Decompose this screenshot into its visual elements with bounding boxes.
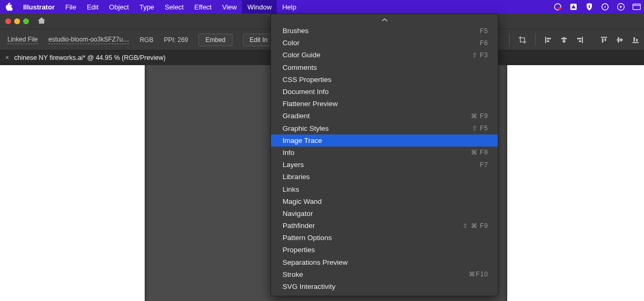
mac-menubar: Illustrator FileEditObjectTypeSelectEffe…: [0, 0, 644, 14]
align-left-icon[interactable]: [543, 35, 554, 45]
menu-item-shortcut: ⌘F10: [469, 271, 488, 278]
svg-rect-14: [562, 40, 566, 42]
menu-item-label: Layers: [283, 161, 304, 169]
svg-rect-19: [602, 38, 603, 43]
menu-help[interactable]: Help: [277, 0, 301, 14]
menu-effect[interactable]: Effect: [189, 0, 217, 14]
close-tab-icon[interactable]: ×: [5, 54, 9, 61]
window-menu-item[interactable]: ColorF6: [271, 37, 498, 49]
menu-item-label: Magic Wand: [283, 198, 322, 205]
scroll-up-icon[interactable]: [271, 16, 498, 25]
color-mode-label: RGB: [139, 36, 153, 44]
window-menu-item[interactable]: Flattener Preview: [271, 98, 498, 110]
circle-icon[interactable]: [601, 3, 609, 11]
zoom-window-icon[interactable]: [23, 18, 29, 24]
window-menu-item[interactable]: Pattern Options: [271, 232, 498, 244]
window-menu-item[interactable]: Gradient⌘ F9: [271, 110, 498, 122]
menu-item-shortcut: ⇧ F5: [472, 124, 488, 132]
menu-item-label: Comments: [283, 64, 317, 71]
menu-item-label: Pathfinder: [283, 222, 315, 230]
menubar-status-icons: [554, 0, 641, 14]
menu-item-label: Document Info: [283, 88, 329, 96]
menu-item-shortcut: F5: [480, 27, 488, 35]
menu-item-label: Color: [283, 39, 299, 47]
traffic-lights[interactable]: [5, 18, 29, 24]
svg-rect-3: [589, 5, 590, 8]
linked-file-name[interactable]: estudio-bloom-oo3kSFZ7u…: [48, 36, 129, 44]
menu-item-shortcut: ⌘ F8: [471, 149, 488, 156]
menu-edit[interactable]: Edit: [82, 0, 104, 14]
svg-rect-18: [601, 37, 607, 38]
menu-item-label: Navigator: [283, 210, 313, 217]
menu-item-label: Info: [283, 149, 295, 157]
close-window-icon[interactable]: [5, 18, 11, 24]
menu-window[interactable]: Window: [242, 0, 277, 14]
align-vcenter-icon[interactable]: [615, 35, 625, 45]
svg-point-5: [605, 6, 606, 7]
menu-item-label: Color Guide: [283, 51, 320, 59]
menu-item-label: Pattern Options: [283, 234, 332, 242]
menu-file[interactable]: File: [60, 0, 82, 14]
svg-rect-23: [620, 38, 622, 41]
embed-button[interactable]: Embed: [198, 34, 232, 46]
shield-icon[interactable]: [585, 3, 593, 11]
window-menu-item[interactable]: Magic Wand: [271, 195, 498, 207]
window-menu-item[interactable]: LayersF7: [271, 159, 498, 171]
window-menu-item[interactable]: BrushesF5: [271, 25, 498, 37]
align-top-icon[interactable]: [599, 35, 609, 45]
align-right-icon[interactable]: [575, 35, 585, 45]
menu-item-label: CSS Properties: [283, 76, 331, 84]
menu-item-shortcut: ⇧ ⌘ F9: [462, 222, 488, 230]
menu-item-label: Image Trace: [283, 137, 322, 144]
play-icon[interactable]: [617, 3, 625, 11]
svg-rect-11: [547, 40, 549, 42]
warning-icon[interactable]: [569, 3, 578, 11]
app-name[interactable]: Illustrator: [18, 3, 60, 11]
window-menu-item[interactable]: Libraries: [271, 171, 498, 183]
align-bottom-icon[interactable]: [630, 35, 641, 45]
window-menu-dropdown[interactable]: BrushesF5ColorF6Color Guide⇧ F3CommentsC…: [270, 14, 498, 296]
crop-icon[interactable]: [517, 35, 528, 45]
window-menu-item[interactable]: Navigator: [271, 207, 498, 220]
menu-item-label: Flattener Preview: [283, 100, 338, 108]
edit-in-button[interactable]: Edit In: [243, 34, 275, 46]
window-menu-item[interactable]: Comments: [271, 61, 498, 74]
window-menu-item[interactable]: Pathfinder⇧ ⌘ F9: [271, 220, 498, 232]
calendar-icon[interactable]: [632, 3, 641, 11]
window-menu-item[interactable]: Image Trace: [271, 134, 498, 147]
svg-rect-7: [633, 4, 640, 10]
menu-item-label: Gradient: [283, 112, 310, 120]
menu-select[interactable]: Select: [159, 0, 189, 14]
menu-item-label: SVG Interactivity: [283, 283, 336, 290]
home-icon[interactable]: [37, 16, 46, 26]
apple-menu[interactable]: [0, 3, 18, 11]
menu-object[interactable]: Object: [104, 0, 134, 14]
window-menu-item[interactable]: Document Info: [271, 86, 498, 98]
minimize-window-icon[interactable]: [14, 18, 20, 24]
window-menu-item[interactable]: Stroke⌘F10: [271, 268, 498, 281]
menu-item-shortcut: F7: [480, 161, 488, 169]
window-menu-item[interactable]: Separations Preview: [271, 256, 498, 268]
menu-item-label: Separations Preview: [283, 258, 348, 266]
svg-rect-12: [564, 37, 565, 43]
menu-item-label: Brushes: [283, 27, 309, 35]
control-bar-right: [491, 34, 641, 46]
svg-rect-9: [545, 37, 546, 43]
artboard-right: [507, 65, 644, 301]
menu-item-label: Graphic Styles: [283, 124, 329, 132]
window-menu-item[interactable]: CSS Properties: [271, 74, 498, 86]
window-menu-item[interactable]: Info⌘ F8: [271, 147, 498, 159]
window-menu-item[interactable]: Links: [271, 183, 498, 195]
menu-type[interactable]: Type: [134, 0, 159, 14]
window-menu-item[interactable]: Color Guide⇧ F3: [271, 49, 498, 61]
menu-view[interactable]: View: [217, 0, 242, 14]
align-hcenter-icon[interactable]: [559, 35, 569, 45]
linked-file-label[interactable]: Linked File: [7, 36, 38, 44]
svg-point-1: [558, 7, 561, 10]
svg-rect-15: [582, 37, 583, 43]
svg-rect-16: [577, 38, 581, 39]
record-icon[interactable]: [554, 3, 562, 11]
window-menu-item[interactable]: SVG Interactivity: [271, 281, 498, 293]
window-menu-item[interactable]: Graphic Styles⇧ F5: [271, 122, 498, 134]
window-menu-item[interactable]: Properties: [271, 244, 498, 256]
